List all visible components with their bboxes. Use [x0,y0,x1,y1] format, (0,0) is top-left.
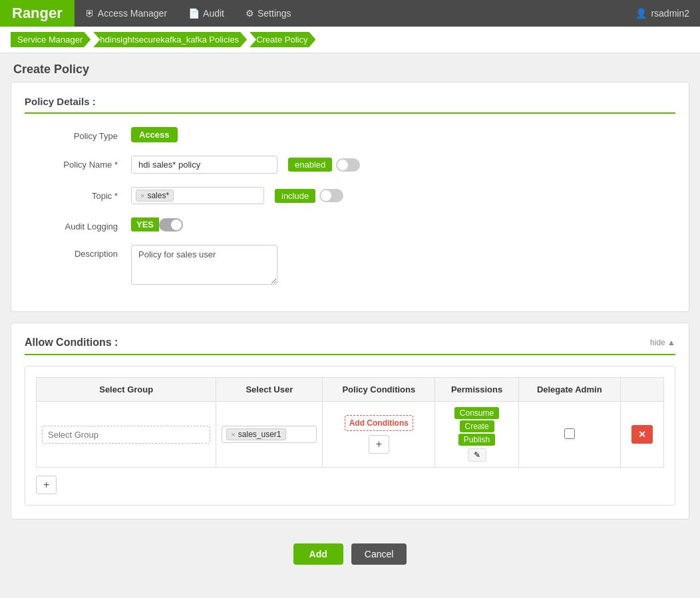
enabled-toggle[interactable] [336,158,360,172]
conditions-container: Select Group Select User Policy Conditio… [25,366,675,506]
breadcrumb-service-manager[interactable]: Service Manager [11,32,90,47]
audit-logging-label: Audit Logging [25,218,118,231]
policy-name-row: Policy Name * enabled [25,156,675,174]
breadcrumb-policies[interactable]: hdinsightsecurekafka_kafka Policies [93,32,247,47]
nav-audit[interactable]: 📄 Audit [178,0,235,27]
nav-settings[interactable]: ⚙ Settings [235,0,302,27]
policy-type-row: Policy Type Access [25,127,675,142]
audit-slider [159,218,183,231]
shield-icon: ⛨ [85,8,94,19]
allow-conditions-header: Allow Conditions : hide ▲ [25,337,675,355]
user-tag-remove[interactable]: × [231,430,235,438]
topic-tag: × sales* [136,190,174,202]
add-button[interactable]: Add [293,543,343,565]
col-select-group: Select Group [37,378,216,402]
delegate-admin-cell [518,402,620,468]
description-label: Description [25,245,118,259]
include-toggle[interactable] [319,189,343,202]
col-policy-conditions: Policy Conditions [323,378,435,402]
topic-tag-input[interactable]: × sales* [131,187,264,204]
add-row-wrap: + [36,476,664,494]
include-toggle-wrap: include [275,189,343,203]
delete-cell: ✕ [620,402,663,468]
top-nav: Ranger ⛨ Access Manager 📄 Audit ⚙ Settin… [0,0,700,27]
table-row: × sales_user1 Add Conditions + [37,402,664,468]
policy-type-label: Policy Type [25,127,118,141]
description-row: Description Policy for sales user [25,245,675,285]
permissions-edit-btn[interactable]: ✎ [468,448,486,462]
enabled-label: enabled [288,158,332,172]
delete-row-button[interactable]: ✕ [631,425,653,444]
file-icon: 📄 [188,8,200,19]
col-select-user: Select User [216,378,323,402]
audit-yes-label: YES [131,218,159,231]
footer-buttons: Add Cancel [11,530,689,578]
perm-consume: Consume [454,407,499,419]
perm-create: Create [460,420,494,432]
select-user-cell: × sales_user1 [216,402,323,468]
policy-conditions-cell: Add Conditions + [323,402,435,468]
col-actions [620,378,663,402]
user-icon: 👤 [635,8,647,19]
policy-name-input[interactable] [131,156,277,174]
description-control: Policy for sales user [131,245,675,285]
user-tag-wrap[interactable]: × sales_user1 [222,426,317,443]
topic-row: Topic * × sales* include [25,187,675,204]
audit-yes-toggle: YES [131,218,183,231]
policy-type-control: Access [131,127,675,142]
breadcrumb-create-policy[interactable]: Create Policy [250,32,315,47]
audit-toggle[interactable] [159,218,183,231]
brand-logo[interactable]: Ranger [0,0,75,27]
user-section: 👤 rsadmin2 [625,8,700,19]
breadcrumb: Service Manager hdinsightsecurekafka_kaf… [0,27,700,53]
nav-access-manager[interactable]: ⛨ Access Manager [75,0,178,27]
policy-name-control: enabled [131,156,675,174]
topic-tag-remove[interactable]: × [140,192,144,200]
enabled-toggle-wrap: enabled [288,158,360,172]
topic-label: Topic * [25,187,118,201]
enabled-slider [336,158,360,172]
add-row-button[interactable]: + [36,476,57,494]
policy-details-title: Policy Details : [25,96,675,114]
allow-conditions-card: Allow Conditions : hide ▲ Select Group S… [11,323,689,520]
description-textarea[interactable]: Policy for sales user [131,245,277,285]
col-delegate-admin: Delegate Admin [518,378,620,402]
delegate-admin-checkbox[interactable] [564,428,575,439]
topic-control: × sales* include [131,187,675,204]
allow-conditions-title: Allow Conditions : [25,337,118,349]
nav-items: ⛨ Access Manager 📄 Audit ⚙ Settings [75,0,625,27]
page-title: Create Policy [0,53,700,82]
main-content: Policy Details : Policy Type Access Poli… [0,82,700,591]
include-label: include [275,189,315,203]
add-conditions-link[interactable]: Add Conditions [345,415,413,431]
add-conditions-plus-btn[interactable]: + [369,435,389,454]
audit-logging-row: Audit Logging YES [25,218,675,231]
policy-details-card: Policy Details : Policy Type Access Poli… [11,82,689,312]
gear-icon: ⚙ [246,8,254,19]
perm-publish: Publish [458,434,495,446]
col-permissions: Permissions [435,378,519,402]
audit-logging-control: YES [131,218,675,231]
conditions-table: Select Group Select User Policy Conditio… [36,377,664,468]
policy-name-label: Policy Name * [25,156,118,170]
table-header-row: Select Group Select User Policy Conditio… [37,378,664,402]
select-group-cell [37,402,216,468]
cancel-button[interactable]: Cancel [351,543,407,565]
policy-type-badge: Access [131,127,178,142]
permissions-cell: Consume Create Publish ✎ [435,402,519,468]
permissions-list: Consume Create Publish [440,407,513,447]
hide-link[interactable]: hide ▲ [650,338,675,347]
select-group-input[interactable] [42,426,210,444]
include-slider [319,189,343,202]
user-tag: × sales_user1 [226,428,285,440]
